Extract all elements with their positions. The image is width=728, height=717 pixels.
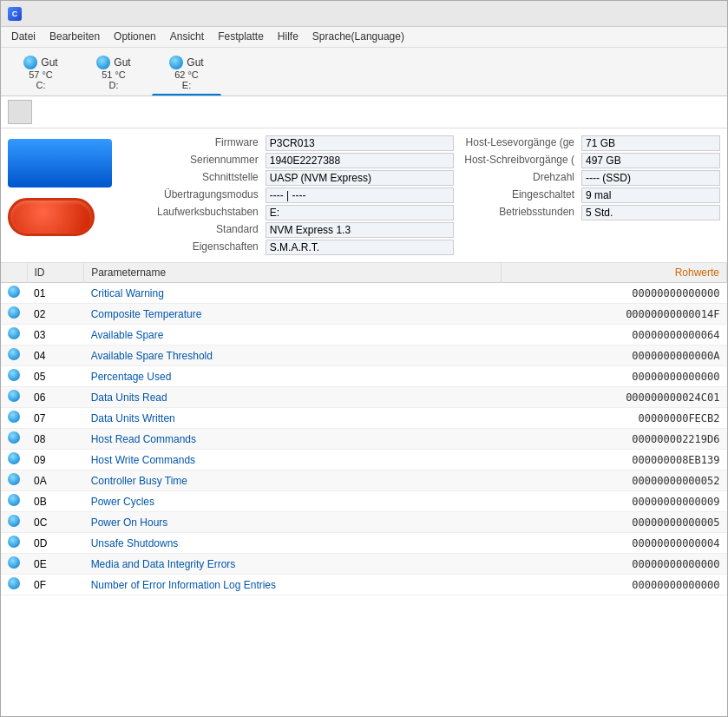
menu-item-optionen[interactable]: Optionen [107, 29, 163, 45]
row-status-cell [1, 554, 27, 575]
center-panel: FirmwareP3CR013Seriennummer1940E2227388S… [154, 135, 454, 255]
row-param-name: Host Read Commands [84, 429, 501, 450]
row-status-cell [1, 345, 27, 366]
nav-prev-button[interactable] [8, 100, 32, 124]
row-status-cell [1, 304, 27, 325]
field-value: P3CR013 [266, 135, 455, 151]
row-status-icon [8, 473, 20, 485]
row-id: 07 [27, 408, 84, 429]
row-param-name: Media and Data Integrity Errors [84, 554, 501, 575]
row-status-cell [1, 387, 27, 408]
field-label-right: Eingeschaltet [461, 187, 578, 203]
drive-tab-letter: D: [109, 80, 119, 90]
drive-status-icon [23, 56, 37, 69]
table-row: 04 Available Spare Threshold 00000000000… [1, 345, 727, 366]
maximize-button[interactable] [670, 4, 694, 23]
row-raw-value: 00000000000004 [501, 533, 726, 554]
col-icon [1, 263, 27, 283]
drive-tab-status: Gut [41, 56, 57, 69]
close-button[interactable] [696, 4, 720, 23]
row-status-cell [1, 575, 27, 595]
row-status-icon [8, 494, 20, 506]
row-raw-value: 00000000000000 [501, 554, 726, 575]
field-value: E: [266, 205, 455, 220]
row-status-icon [8, 556, 20, 569]
row-param-name: Available Spare Threshold [84, 345, 501, 366]
right-panel: Host-Lesevorgänge (ge71 GBHost-Schreibvo… [461, 135, 720, 255]
field-label: Eigenschaften [154, 240, 262, 255]
row-status-cell [1, 512, 27, 533]
drive-status-icon [169, 56, 183, 69]
drive-tab-C[interactable]: Gut 57 °C C: [6, 51, 75, 95]
row-param-name: Critical Warning [84, 283, 501, 304]
row-id: 08 [27, 429, 84, 450]
menu-item-hilfe[interactable]: Hilfe [271, 29, 305, 45]
row-status-cell [1, 366, 27, 387]
menu-item-festplatte[interactable]: Festplatte [211, 29, 271, 45]
row-id: 0F [27, 575, 84, 595]
table-row: 0B Power Cycles 00000000000009 [1, 491, 727, 512]
menu-item-ansicht[interactable]: Ansicht [163, 29, 211, 45]
app-icon: C [8, 7, 22, 21]
row-status-cell [1, 470, 27, 491]
table-row: 0E Media and Data Integrity Errors 00000… [1, 554, 727, 575]
field-label-right: Host-Lesevorgänge (ge [461, 135, 578, 151]
menu-item-sprache(language)[interactable]: Sprache(Language) [305, 29, 411, 45]
field-value-right: 497 GB [581, 153, 720, 168]
title-bar: C [1, 1, 727, 27]
row-id: 0A [27, 470, 84, 491]
row-status-cell [1, 283, 27, 304]
row-id: 03 [27, 325, 84, 345]
disk-header [1, 96, 727, 128]
table-row: 07 Data Units Written 00000000FECB2 [1, 408, 727, 429]
title-bar-left: C [8, 7, 27, 21]
smart-table-section: ID Parametername Rohwerte 01 Critical Wa… [1, 263, 727, 595]
drive-tab-E[interactable]: Gut 62 °C E: [152, 51, 221, 95]
row-status-icon [8, 369, 20, 381]
row-raw-value: 00000000000000 [501, 283, 726, 304]
status-box [8, 139, 112, 187]
drive-status-icon [96, 56, 110, 69]
drive-tab-letter: C: [36, 80, 46, 90]
row-param-name: Host Write Commands [84, 450, 501, 470]
row-id: 06 [27, 387, 84, 408]
row-raw-value: 000000002219D6 [501, 429, 726, 450]
row-param-name: Data Units Read [84, 387, 501, 408]
row-raw-value: 000000008EB139 [501, 450, 726, 470]
row-param-name: Unsafe Shutdowns [84, 533, 501, 554]
field-label: Seriennummer [154, 153, 262, 168]
row-status-icon [8, 327, 20, 339]
row-param-name: Controller Busy Time [84, 470, 501, 491]
row-status-icon [8, 411, 20, 423]
row-raw-value: 00000000000005 [501, 512, 726, 533]
row-id: 0C [27, 512, 84, 533]
menu-item-bearbeiten[interactable]: Bearbeiten [43, 29, 107, 45]
field-value: NVM Express 1.3 [266, 222, 455, 238]
drive-tab-D[interactable]: Gut 51 °C D: [79, 51, 148, 95]
field-label: Schnittstelle [154, 170, 262, 186]
field-value: ---- | ---- [266, 187, 455, 203]
minimize-button[interactable] [644, 4, 668, 23]
menu-item-datei[interactable]: Datei [4, 29, 43, 45]
col-id: ID [27, 263, 84, 283]
table-row: 0D Unsafe Shutdowns 00000000000004 [1, 533, 727, 554]
table-row: 06 Data Units Read 000000000024C01 [1, 387, 727, 408]
row-id: 0B [27, 491, 84, 512]
table-row: 03 Available Spare 00000000000064 [1, 325, 727, 345]
row-raw-value: 00000000000014F [501, 304, 726, 325]
row-status-icon [8, 390, 20, 402]
field-value: UASP (NVM Express) [266, 170, 455, 186]
row-param-name: Data Units Written [84, 408, 501, 429]
row-raw-value: 00000000000052 [501, 470, 726, 491]
row-param-name: Power On Hours [84, 512, 501, 533]
row-status-icon [8, 286, 20, 298]
field-value-right: 71 GB [581, 135, 720, 151]
row-param-name: Power Cycles [84, 491, 501, 512]
main-window: C DateiBearbeitenOptionenAnsichtFestplat… [0, 0, 728, 717]
row-raw-value: 00000000000000 [501, 366, 726, 387]
row-id: 02 [27, 304, 84, 325]
info-section: FirmwareP3CR013Seriennummer1940E2227388S… [1, 128, 727, 263]
row-param-name: Available Spare [84, 325, 501, 345]
smart-table: ID Parametername Rohwerte 01 Critical Wa… [1, 263, 727, 595]
table-row: 08 Host Read Commands 000000002219D6 [1, 429, 727, 450]
